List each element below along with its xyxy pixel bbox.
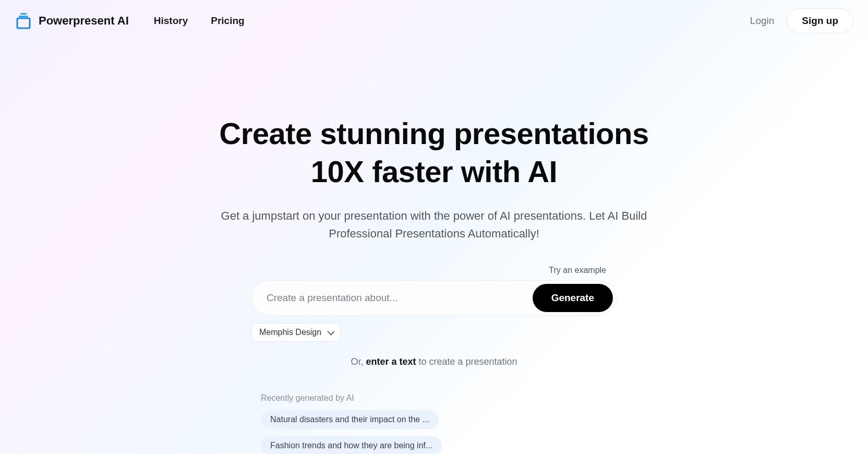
style-selected-label: Memphis Design xyxy=(259,328,321,337)
or-suffix: to create a presentation xyxy=(416,356,517,367)
login-link[interactable]: Login xyxy=(750,15,775,27)
logo-group[interactable]: Powerpresent AI xyxy=(15,12,129,30)
or-line: Or, enter a text to create a presentatio… xyxy=(251,356,617,367)
or-prefix: Or, xyxy=(351,356,366,367)
svg-rect-0 xyxy=(20,13,27,15)
chevron-down-icon xyxy=(327,328,334,336)
nav-pricing[interactable]: Pricing xyxy=(211,15,244,27)
prompt-input-bar: Generate xyxy=(251,280,617,316)
try-example-link[interactable]: Try an example xyxy=(251,266,617,275)
svg-rect-2 xyxy=(17,18,30,28)
prompt-input[interactable] xyxy=(267,285,526,311)
recent-chip[interactable]: Natural disasters and their impact on th… xyxy=(261,410,439,429)
headline: Create stunning presentations 10X faster… xyxy=(147,115,721,190)
brand-name: Powerpresent AI xyxy=(39,14,129,28)
recent-chips: Natural disasters and their impact on th… xyxy=(261,410,617,454)
recent-chip[interactable]: Fashion trends and how they are being in… xyxy=(261,436,442,454)
hero: Create stunning presentations 10X faster… xyxy=(147,42,721,454)
header-right: Login Sign up xyxy=(750,8,853,33)
header: Powerpresent AI History Pricing Login Si… xyxy=(0,0,868,42)
nav: History Pricing xyxy=(154,15,245,27)
signup-button[interactable]: Sign up xyxy=(787,8,853,33)
nav-history[interactable]: History xyxy=(154,15,188,27)
svg-rect-1 xyxy=(19,16,28,17)
recent-label: Recently generated by AI xyxy=(261,393,617,403)
subheadline: Get a jumpstart on your presentation wit… xyxy=(204,207,664,243)
headline-line1: Create stunning presentations xyxy=(219,116,648,150)
prompt-form: Try an example Generate Memphis Design O… xyxy=(251,266,617,367)
generate-button[interactable]: Generate xyxy=(533,284,613,312)
enter-text-link[interactable]: enter a text xyxy=(366,356,416,367)
recent-section: Recently generated by AI Natural disaste… xyxy=(251,393,617,454)
logo-icon xyxy=(15,12,32,30)
style-select[interactable]: Memphis Design xyxy=(251,323,341,342)
headline-line2: 10X faster with AI xyxy=(311,154,557,188)
